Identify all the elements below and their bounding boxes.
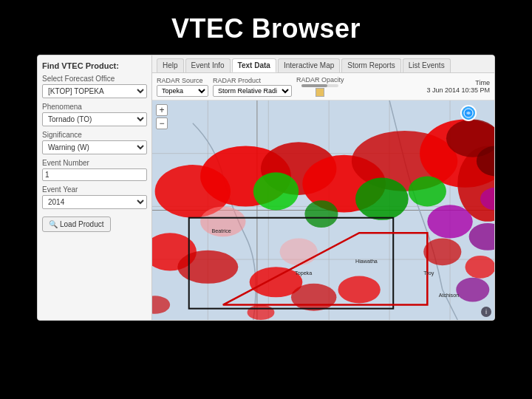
left-panel: Find VTEC Product: Select Forecast Offic…: [38, 55, 152, 320]
opacity-slider[interactable]: [301, 84, 338, 87]
svg-text:Atchison: Atchison: [439, 293, 459, 299]
phenomena-select[interactable]: Tornado (TO): [42, 112, 147, 126]
browser-window: Find VTEC Product: Select Forecast Offic…: [37, 55, 495, 321]
radar-svg: Beatrice Marysville Topeka Hiawatha Troy…: [152, 100, 494, 320]
svg-point-23: [423, 238, 461, 265]
map-logo: [460, 105, 477, 121]
significance-select[interactable]: Warning (W): [42, 140, 147, 154]
svg-point-38: [280, 238, 318, 265]
radar-product-group: RADAR Product Storm Relative Radi: [213, 77, 292, 97]
opacity-square: [316, 88, 324, 97]
tab-help[interactable]: Help: [157, 58, 184, 72]
event-year-select[interactable]: 2014: [42, 195, 147, 209]
tab-interactive-map[interactable]: Interactive Map: [278, 58, 340, 72]
map-zoom-controls: + −: [156, 104, 168, 129]
opacity-track: [301, 84, 327, 87]
page-title: VTEC Browser: [0, 0, 532, 55]
svg-point-34: [456, 278, 489, 302]
map-info-button[interactable]: i: [481, 307, 491, 317]
svg-text:Hiawatha: Hiawatha: [355, 259, 378, 265]
tab-storm-reports[interactable]: Storm Reports: [341, 58, 400, 72]
radar-source-select[interactable]: Topeka: [157, 85, 208, 97]
svg-point-29: [409, 176, 446, 206]
time-value: 3 Jun 2014 10:35 PM: [426, 86, 490, 94]
svg-point-21: [291, 284, 336, 311]
significance-label: Significance: [42, 131, 147, 139]
svg-text:Beatrice: Beatrice: [211, 228, 231, 234]
right-panel: Help Event Info Text Data Interactive Ma…: [152, 55, 494, 320]
event-year-label: Event Year: [42, 185, 147, 194]
load-product-button[interactable]: 🔍 Load Product: [42, 216, 111, 232]
radar-opacity-group: RADAR Opacity: [296, 76, 344, 97]
map-area[interactable]: Beatrice Marysville Topeka Hiawatha Troy…: [152, 100, 494, 320]
svg-point-31: [427, 205, 472, 238]
tab-event-info[interactable]: Event Info: [185, 58, 231, 72]
zoom-in-button[interactable]: +: [156, 104, 168, 116]
radar-product-label: RADAR Product: [213, 77, 292, 84]
svg-point-30: [304, 200, 338, 228]
event-number-input[interactable]: [42, 168, 147, 181]
svg-text:Topeka: Topeka: [295, 270, 312, 276]
radar-opacity-label: RADAR Opacity: [296, 76, 344, 83]
tabs-bar: Help Event Info Text Data Interactive Ma…: [152, 55, 494, 73]
forecast-office-select[interactable]: [KTOP] TOPEKA: [42, 84, 147, 98]
find-vtec-title: Find VTEC Product:: [42, 61, 147, 70]
phenomena-label: Phenomena: [42, 103, 147, 111]
time-label: Time: [475, 79, 490, 86]
svg-point-26: [248, 305, 275, 320]
event-number-label: Event Number: [42, 159, 147, 167]
svg-text:Troy: Troy: [423, 270, 434, 276]
radar-source-label: RADAR Source: [157, 77, 208, 84]
svg-point-22: [338, 276, 380, 304]
controls-bar: RADAR Source Topeka RADAR Product Storm …: [152, 73, 494, 100]
svg-point-27: [253, 172, 299, 210]
radar-product-select[interactable]: Storm Relative Radi: [213, 85, 292, 97]
search-icon: 🔍: [49, 220, 58, 228]
load-product-label: Load Product: [60, 220, 104, 228]
zoom-out-button[interactable]: −: [156, 117, 168, 129]
svg-point-24: [466, 256, 494, 279]
svg-point-28: [355, 177, 409, 219]
tab-list-events[interactable]: List Events: [403, 58, 451, 72]
tab-text-data[interactable]: Text Data: [232, 58, 276, 72]
radar-source-group: RADAR Source Topeka: [157, 77, 208, 97]
svg-point-19: [177, 250, 238, 284]
forecast-office-label: Select Forecast Office: [42, 75, 147, 83]
time-display: Time 3 Jun 2014 10:35 PM: [426, 79, 490, 94]
